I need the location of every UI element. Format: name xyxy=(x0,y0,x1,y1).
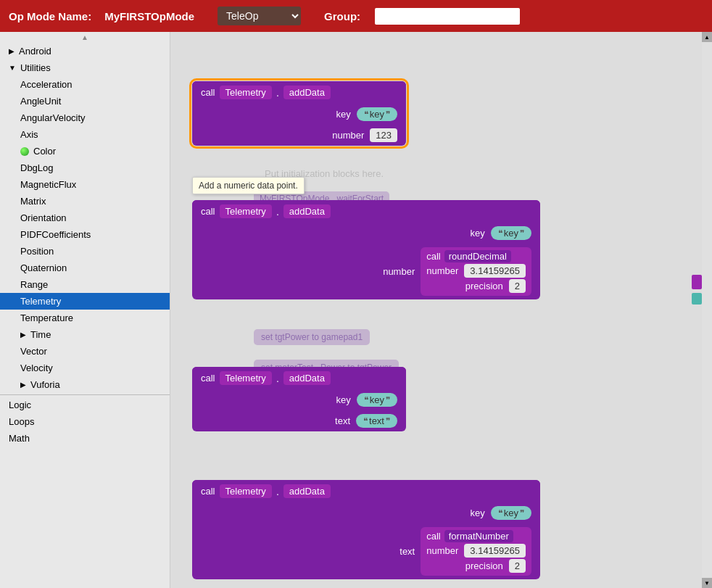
edge-teal-indicator xyxy=(692,293,702,305)
sidebar-item-telemetry[interactable]: Telemetry xyxy=(0,293,170,310)
triangle-right-icon: ▶ xyxy=(20,381,26,389)
open-quote-icon: ❝ xyxy=(364,109,368,120)
group-input[interactable] xyxy=(375,8,520,25)
block4-inner-number-value[interactable]: 3.14159265 xyxy=(464,544,526,558)
open-quote-icon: ❝ xyxy=(364,395,368,405)
block4-inner-number-row: number 3.14159265 xyxy=(426,544,526,558)
sidebar-item-dbglog[interactable]: DbgLog xyxy=(0,160,170,176)
sidebar-item-math[interactable]: Math xyxy=(0,430,170,447)
block2[interactable]: call Telemetry . addData key ❝ key ❞ num… xyxy=(192,200,540,299)
sidebar-item-label: Android xyxy=(19,46,51,57)
block4-inner-precision-value[interactable]: 2 xyxy=(509,559,526,573)
block4-dot: . xyxy=(276,486,279,497)
teleop-dropdown[interactable]: TeleOpAutonomous xyxy=(218,7,301,25)
tooltip-adddata: Add a numeric data point. xyxy=(192,177,305,194)
scroll-track[interactable] xyxy=(702,42,712,578)
sidebar-item-label: Orientation xyxy=(20,212,67,223)
color-dot-icon xyxy=(20,147,29,156)
block1-number-row: number 123 xyxy=(192,125,406,146)
block1-number-value[interactable]: 123 xyxy=(370,128,397,142)
sidebar-item-android[interactable]: ▶ Android xyxy=(0,43,170,59)
ghost-tgt-power: set tgtPower to gamepad1 xyxy=(254,329,370,345)
sidebar-item-label: Color xyxy=(33,146,56,157)
close-quote-icon: ❞ xyxy=(386,395,390,405)
block2-inner-header: call roundDecimal xyxy=(426,250,526,262)
sidebar-item-position[interactable]: Position xyxy=(0,243,170,260)
block4-inner-call: call xyxy=(426,531,441,542)
sidebar-item-label: Axis xyxy=(20,129,38,140)
block4-inner-precision-label: precision xyxy=(465,560,503,571)
sidebar-item-time[interactable]: ▶ Time xyxy=(0,326,170,343)
block1-number-label: number xyxy=(332,130,364,141)
sidebar-item-angleunit[interactable]: AngleUnit xyxy=(0,93,170,109)
canvas-area[interactable]: Put initialization blocks here. MyFIRSTO… xyxy=(170,32,712,588)
open-quote-icon: ❝ xyxy=(498,228,502,239)
scroll-down-button[interactable]: ▼ xyxy=(702,578,712,588)
block2-inner-precision-label: precision xyxy=(465,281,503,291)
block4-key-row: key ❝ key ❞ xyxy=(192,502,540,523)
block2-inner-method-pill: roundDecimal xyxy=(444,250,511,262)
main-layout: ▲ ▶ Android ▼ Utilities Acceleration Ang… xyxy=(0,32,712,588)
sidebar-item-angularvelocity[interactable]: AngularVelocity xyxy=(0,109,170,126)
sidebar-item-velocity[interactable]: Velocity xyxy=(0,360,170,376)
sidebar-item-vector[interactable]: Vector xyxy=(0,343,170,360)
sidebar-item-label: Vector xyxy=(20,346,47,357)
sidebar-item-label: Quaternion xyxy=(20,262,67,273)
header: Op Mode Name: MyFIRSTOpMode TeleOpAutono… xyxy=(0,0,712,32)
block3-class: Telemetry xyxy=(220,371,272,385)
block3-text-value[interactable]: ❝ text ❞ xyxy=(356,414,397,428)
sidebar-item-temperature[interactable]: Temperature xyxy=(0,310,170,326)
sidebar-item-color[interactable]: Color xyxy=(0,143,170,160)
block1-key-row: key ❝ key ❞ xyxy=(192,104,406,125)
sidebar-item-magneticflux[interactable]: MagneticFlux xyxy=(0,176,170,193)
block2-inner-round-decimal[interactable]: call roundDecimal number 3.14159265 prec… xyxy=(421,247,531,296)
block1-dot: . xyxy=(276,87,279,99)
sidebar-item-loops[interactable]: Loops xyxy=(0,413,170,430)
block2-call: call xyxy=(201,206,215,217)
block4-inner-format-number[interactable]: call formatNumber number 3.14159265 prec… xyxy=(421,527,531,576)
sidebar-scroll[interactable]: ▲ ▶ Android ▼ Utilities Acceleration Ang… xyxy=(0,32,170,588)
scroll-up-button[interactable]: ▲ xyxy=(702,32,712,42)
block4-inner-precision-row: precision 2 xyxy=(426,559,526,573)
block2-inner-precision-value[interactable]: 2 xyxy=(509,279,526,293)
block3-key-row: key ❝ key ❞ xyxy=(192,389,406,410)
sidebar-item-label: Math xyxy=(9,433,30,444)
block2-dot: . xyxy=(276,206,279,218)
triangle-right-icon: ▶ xyxy=(20,331,26,339)
block1-key-value[interactable]: ❝ key ❞ xyxy=(357,107,397,121)
sidebar-item-vuforia[interactable]: ▶ Vuforia xyxy=(0,376,170,393)
block4-class: Telemetry xyxy=(220,484,272,498)
sidebar-item-label: Telemetry xyxy=(20,296,61,307)
sidebar-item-utilities[interactable]: ▼ Utilities xyxy=(0,59,170,76)
block4-key-value[interactable]: ❝ key ❞ xyxy=(491,506,531,520)
block3-key-value[interactable]: ❝ key ❞ xyxy=(357,393,397,407)
sidebar-item-logic[interactable]: Logic xyxy=(0,397,170,413)
op-mode-prefix: Op Mode Name: xyxy=(9,10,91,22)
block2-header: call Telemetry . addData xyxy=(192,200,540,223)
group-label: Group: xyxy=(324,10,360,22)
block3-method: addData xyxy=(283,371,331,385)
block3-dot: . xyxy=(276,373,279,384)
sidebar-item-acceleration[interactable]: Acceleration xyxy=(0,76,170,93)
block4[interactable]: call Telemetry . addData key ❝ key ❞ tex… xyxy=(192,480,540,579)
block4-key-label: key xyxy=(471,508,485,518)
sidebar-item-range[interactable]: Range xyxy=(0,276,170,293)
block2-inner-number-value[interactable]: 3.14159265 xyxy=(464,264,526,278)
block1[interactable]: call Telemetry . addData key ❝ key ❞ num… xyxy=(192,81,406,146)
block2-key-value[interactable]: ❝ key ❞ xyxy=(491,226,531,240)
open-quote-icon: ❝ xyxy=(363,416,368,426)
sidebar-item-axis[interactable]: Axis xyxy=(0,126,170,143)
sidebar-item-pidfcoefficients[interactable]: PIDFCoefficients xyxy=(0,226,170,243)
canvas-scrollbar[interactable]: ▲ ▼ xyxy=(702,32,712,588)
sidebar-item-label: Acceleration xyxy=(20,79,73,90)
sidebar-item-label: Range xyxy=(20,279,48,290)
block3[interactable]: call Telemetry . addData key ❝ key ❞ tex… xyxy=(192,367,406,431)
block1-method: addData xyxy=(283,86,331,99)
block4-key-text: key xyxy=(504,508,518,518)
close-quote-icon: ❞ xyxy=(386,416,390,426)
sidebar-item-orientation[interactable]: Orientation xyxy=(0,210,170,226)
block2-method: addData xyxy=(283,204,331,218)
triangle-down-icon: ▼ xyxy=(9,64,16,72)
sidebar-item-quaternion[interactable]: Quaternion xyxy=(0,260,170,276)
sidebar-item-matrix[interactable]: Matrix xyxy=(0,193,170,210)
